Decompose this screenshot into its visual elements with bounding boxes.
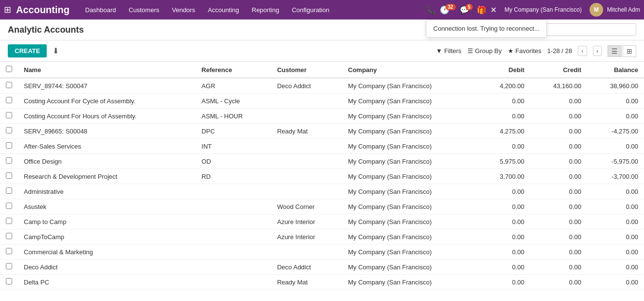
- row-checkbox-cell[interactable]: [0, 139, 18, 154]
- create-button[interactable]: CREATE: [8, 44, 47, 57]
- prev-page-button[interactable]: ‹: [578, 46, 587, 56]
- row-debit: 0.00: [478, 94, 530, 109]
- close-icon[interactable]: ✕: [490, 5, 497, 15]
- nav-item-dashboard[interactable]: Dashboard: [79, 0, 122, 19]
- row-checkbox[interactable]: [6, 127, 12, 133]
- col-credit[interactable]: Credit: [530, 62, 587, 78]
- row-balance: 0.00: [587, 275, 644, 290]
- row-checkbox-cell[interactable]: [0, 94, 18, 109]
- row-checkbox-cell[interactable]: [0, 275, 18, 290]
- row-name[interactable]: Office Design: [18, 154, 196, 169]
- row-name[interactable]: Asustek: [18, 199, 196, 214]
- row-credit: 0.00: [530, 275, 587, 290]
- row-checkbox-cell[interactable]: [0, 229, 18, 245]
- row-checkbox-cell[interactable]: [0, 245, 18, 260]
- row-checkbox-cell[interactable]: [0, 184, 18, 199]
- row-checkbox-cell[interactable]: [0, 199, 18, 214]
- row-checkbox-cell[interactable]: [0, 78, 18, 94]
- row-company: My Company (San Francisco): [342, 184, 479, 199]
- download-button[interactable]: ⬇: [51, 44, 61, 57]
- row-checkbox[interactable]: [6, 172, 12, 179]
- row-checkbox[interactable]: [6, 188, 12, 194]
- row-name[interactable]: Costing Account For Cycle of Assembly.: [18, 94, 196, 109]
- activity-badge: 32: [446, 4, 456, 10]
- row-checkbox[interactable]: [6, 112, 12, 118]
- nav-item-accounting[interactable]: Accounting: [202, 0, 245, 19]
- grid-view-button[interactable]: ⊞: [623, 45, 636, 57]
- row-checkbox[interactable]: [6, 263, 12, 269]
- row-reference: [196, 229, 271, 245]
- row-name[interactable]: Commercial & Marketing: [18, 245, 196, 260]
- select-all-checkbox[interactable]: [6, 66, 12, 72]
- app-title: Accounting: [16, 4, 70, 16]
- row-checkbox[interactable]: [6, 82, 12, 88]
- next-page-button[interactable]: ›: [593, 46, 602, 56]
- nav-item-vendors[interactable]: Vendors: [166, 0, 201, 19]
- row-name[interactable]: Delta PC: [18, 275, 196, 290]
- col-debit[interactable]: Debit: [478, 62, 530, 78]
- row-checkbox[interactable]: [6, 97, 12, 103]
- row-customer: Ready Mat: [271, 124, 342, 139]
- row-credit: 0.00: [530, 184, 587, 199]
- nav-item-configuration[interactable]: Configuration: [286, 0, 335, 19]
- action-bar: CREATE ⬇ ▼ Filters ☰ Group By ★ Favorite…: [0, 40, 644, 62]
- row-name[interactable]: Research & Development Project: [18, 169, 196, 184]
- row-checkbox[interactable]: [6, 142, 12, 149]
- col-customer[interactable]: Customer: [271, 62, 342, 78]
- view-toggle: ☰ ⊞: [608, 45, 636, 57]
- phone-icon[interactable]: 📞: [426, 5, 436, 15]
- col-reference[interactable]: Reference: [196, 62, 271, 78]
- row-name[interactable]: Camp to Camp: [18, 214, 196, 229]
- row-checkbox[interactable]: [6, 248, 12, 254]
- row-checkbox-cell[interactable]: [0, 109, 18, 124]
- col-name[interactable]: Name: [18, 62, 196, 78]
- filters-button[interactable]: ▼ Filters: [436, 47, 461, 55]
- row-debit: 3,700.00: [478, 169, 530, 184]
- grid-icon[interactable]: ⊞: [4, 4, 11, 15]
- table-row: CampToCamp Azure Interior My Company (Sa…: [0, 229, 644, 245]
- row-name[interactable]: SERV_89665: S00048: [18, 124, 196, 139]
- company-name: My Company (San Francisco): [504, 6, 582, 13]
- nav-item-reporting[interactable]: Reporting: [246, 0, 285, 19]
- row-checkbox[interactable]: [6, 233, 12, 239]
- row-checkbox-cell[interactable]: [0, 169, 18, 184]
- list-view-button[interactable]: ☰: [608, 45, 622, 57]
- row-name[interactable]: Administrative: [18, 184, 196, 199]
- row-checkbox-cell[interactable]: [0, 260, 18, 275]
- row-name[interactable]: Costing Account For Hours of Assembly.: [18, 109, 196, 124]
- gift-icon[interactable]: 🎁: [477, 5, 486, 15]
- groupby-button[interactable]: ☰ Group By: [467, 47, 502, 55]
- row-customer: [271, 109, 342, 124]
- col-company[interactable]: Company: [342, 62, 479, 78]
- row-checkbox[interactable]: [6, 203, 12, 209]
- user-name: Mitchell Adm: [607, 6, 640, 13]
- row-reference: [196, 199, 271, 214]
- table-row: Office Design OD My Company (San Francis…: [0, 154, 644, 169]
- row-reference: ASML - Cycle: [196, 94, 271, 109]
- col-balance[interactable]: Balance: [587, 62, 644, 78]
- row-checkbox[interactable]: [6, 218, 12, 224]
- row-customer: [271, 154, 342, 169]
- row-balance: 0.00: [587, 184, 644, 199]
- row-name[interactable]: CampToCamp: [18, 229, 196, 245]
- row-company: My Company (San Francisco): [342, 78, 479, 94]
- row-checkbox[interactable]: [6, 157, 12, 164]
- row-credit: 0.00: [530, 124, 587, 139]
- table-row: SERV_89744: S00047 AGR Deco Addict My Co…: [0, 78, 644, 94]
- favorites-button[interactable]: ★ Favorites: [508, 47, 541, 55]
- row-checkbox-cell[interactable]: [0, 214, 18, 229]
- star-icon: ★: [508, 47, 514, 55]
- action-right: ▼ Filters ☰ Group By ★ Favorites 1-28 / …: [436, 45, 636, 57]
- row-checkbox-cell[interactable]: [0, 124, 18, 139]
- row-reference: INT: [196, 139, 271, 154]
- row-name[interactable]: SERV_89744: S00047: [18, 78, 196, 94]
- row-name[interactable]: After-Sales Services: [18, 139, 196, 154]
- select-all-header[interactable]: [0, 62, 18, 78]
- row-checkbox-cell[interactable]: [0, 154, 18, 169]
- row-checkbox[interactable]: [6, 278, 12, 284]
- table-row: Administrative My Company (San Francisco…: [0, 184, 644, 199]
- nav-item-customers[interactable]: Customers: [123, 0, 165, 19]
- row-customer: Azure Interior: [271, 229, 342, 245]
- row-debit: 0.00: [478, 214, 530, 229]
- row-name[interactable]: Deco Addict: [18, 260, 196, 275]
